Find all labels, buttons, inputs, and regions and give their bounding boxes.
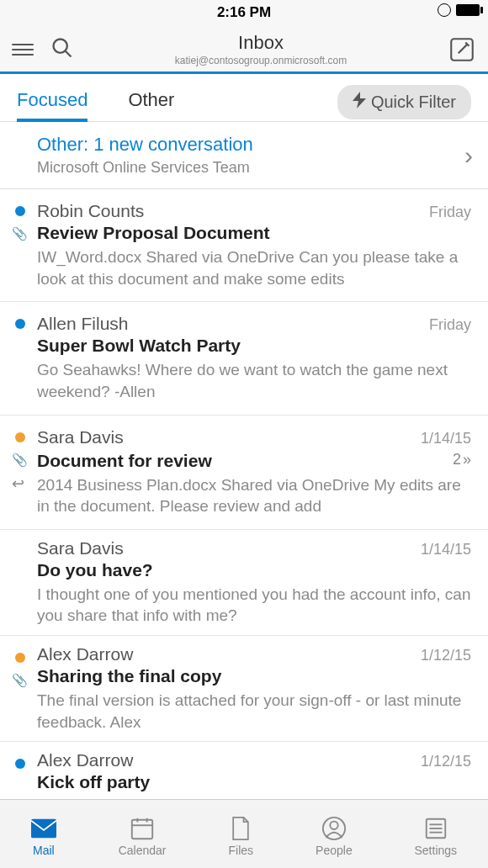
message-list: 📎Robin CountsFridayReview Proposal Docum…	[0, 189, 488, 827]
tabs-row: Focused Other Quick Filter	[0, 74, 488, 122]
svg-line-1	[66, 50, 72, 56]
unread-dot-icon	[15, 319, 25, 329]
nav-mail[interactable]: Mail	[31, 816, 56, 857]
svg-rect-7	[132, 820, 152, 839]
search-icon[interactable]	[50, 36, 74, 63]
status-time: 2:16 PM	[217, 4, 271, 21]
unread-dot-icon	[15, 759, 25, 769]
nav-files-label: Files	[229, 844, 254, 857]
quick-filter-label: Quick Filter	[371, 93, 456, 112]
message-preview: The final version is attached for your s…	[37, 690, 471, 733]
attachment-icon: 📎	[12, 226, 28, 241]
bolt-icon	[353, 92, 366, 113]
message-sender: Robin Counts	[37, 201, 144, 221]
tab-focused[interactable]: Focused	[17, 82, 88, 121]
message-item[interactable]: 📎Robin CountsFridayReview Proposal Docum…	[0, 189, 488, 302]
message-date: 1/12/15	[421, 647, 471, 664]
message-sender: Sara Davis	[37, 538, 124, 558]
nav-people[interactable]: People	[316, 816, 353, 857]
message-subject: Do you have?	[37, 560, 471, 580]
message-sender: Sara Davis	[37, 427, 124, 447]
svg-point-0	[54, 39, 67, 52]
nav-people-label: People	[316, 844, 353, 857]
orientation-lock-icon	[438, 3, 451, 17]
nav-calendar[interactable]: Calendar	[119, 816, 167, 857]
unread-dot-icon	[15, 432, 25, 442]
nav-calendar-label: Calendar	[119, 844, 167, 857]
message-subject: Super Bowl Watch Party	[37, 336, 471, 356]
message-subject: Document for review	[37, 451, 212, 471]
message-date: 1/12/15	[421, 753, 471, 770]
svg-line-3	[459, 44, 468, 53]
other-banner-subtitle: Microsoft Online Services Team	[37, 159, 471, 177]
message-date: 1/14/15	[421, 430, 471, 447]
nav-settings[interactable]: Settings	[415, 816, 458, 857]
nav-mail-label: Mail	[33, 844, 55, 857]
message-item[interactable]: Sara Davis1/14/15Do you have?I thought o…	[0, 530, 488, 636]
menu-icon[interactable]	[12, 40, 34, 59]
account-email: katiej@contosogroup.onmicrosoft.com	[74, 55, 448, 66]
attachment-icon: 📎	[12, 673, 28, 688]
svg-rect-6	[31, 819, 56, 839]
other-banner-title: Other: 1 new conversation	[37, 134, 471, 156]
status-icons	[438, 3, 480, 17]
message-item[interactable]: 📎↩Sara Davis1/14/15Document for review2 …	[0, 415, 488, 530]
message-sender: Allen Filush	[37, 314, 129, 334]
unread-dot-icon	[15, 206, 25, 216]
message-date: Friday	[429, 316, 471, 334]
nav-settings-label: Settings	[415, 844, 458, 857]
message-sender: Alex Darrow	[37, 750, 133, 770]
message-date: Friday	[429, 204, 471, 221]
message-preview: I thought one of you mentioned you had t…	[37, 584, 471, 627]
svg-point-12	[330, 822, 337, 829]
message-preview: IW_Word.docx Shared via OneDrive Can you…	[37, 246, 471, 289]
nav-files[interactable]: Files	[228, 816, 253, 857]
quick-filter-button[interactable]: Quick Filter	[337, 85, 471, 119]
message-subject: Review Proposal Document	[37, 223, 471, 243]
bottom-nav: Mail Calendar Files People Settings	[0, 799, 488, 868]
compose-button[interactable]	[448, 35, 476, 64]
reply-icon: ↩	[12, 474, 24, 493]
message-preview: Go Seahawks! Where do we want to watch t…	[37, 359, 471, 402]
message-item[interactable]: Allen FilushFridaySuper Bowl Watch Party…	[0, 302, 488, 415]
unread-dot-icon	[15, 653, 25, 663]
battery-icon	[456, 4, 480, 16]
app-header: Inbox katiej@contosogroup.onmicrosoft.co…	[0, 25, 488, 74]
status-bar: 2:16 PM	[0, 0, 488, 25]
message-preview: 2014 Business Plan.docx Shared via OneDr…	[37, 474, 471, 517]
page-title: Inbox	[74, 32, 448, 54]
message-subject: Sharing the final copy	[37, 666, 471, 686]
thread-count: 2 »	[453, 451, 471, 468]
message-sender: Alex Darrow	[37, 644, 133, 664]
attachment-icon: 📎	[12, 453, 28, 468]
message-item[interactable]: 📎Alex Darrow1/12/15Sharing the final cop…	[0, 636, 488, 742]
message-date: 1/14/15	[421, 541, 471, 558]
svg-marker-5	[353, 92, 366, 108]
chevron-right-icon: ›	[464, 141, 473, 170]
tab-other[interactable]: Other	[128, 82, 174, 121]
message-subject: Kick off party	[37, 772, 471, 792]
other-banner[interactable]: Other: 1 new conversation Microsoft Onli…	[0, 122, 488, 189]
